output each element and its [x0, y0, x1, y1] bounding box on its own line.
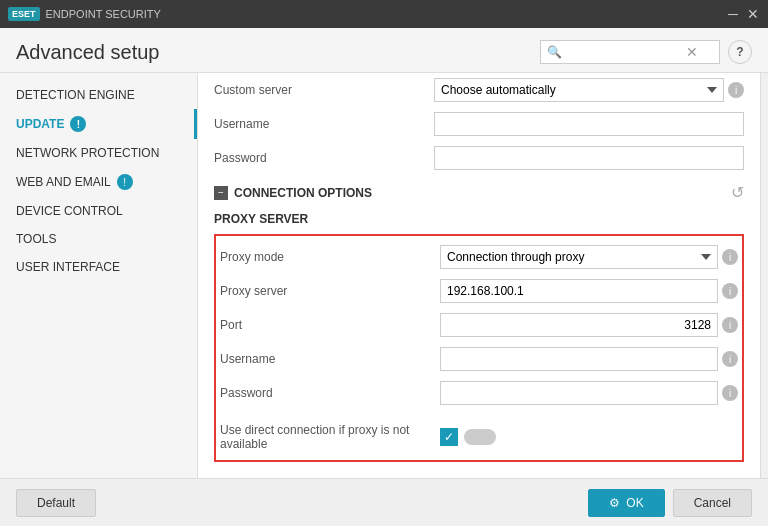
direct-connection-checkbox[interactable]: ✓ [440, 428, 458, 446]
content-wrapper: Custom server Choose automatically i Use… [198, 73, 768, 478]
sidebar-item-label: UPDATE [16, 117, 64, 131]
window-controls: ─ ✕ [726, 7, 760, 21]
web-email-badge: ! [117, 174, 133, 190]
direct-connection-toggle[interactable] [464, 429, 496, 445]
connection-options-title: CONNECTION OPTIONS [234, 186, 372, 200]
sidebar-item-device-control[interactable]: DEVICE CONTROL [0, 197, 197, 225]
password-input[interactable] [434, 146, 744, 170]
windows-shares-subtitle: WINDOWS SHARES [214, 470, 744, 478]
section-reset-icon[interactable]: ↺ [731, 183, 744, 202]
sidebar-item-tools[interactable]: TOOLS [0, 225, 197, 253]
custom-server-select-wrapper: Choose automatically i [434, 78, 744, 102]
sidebar-item-label: DETECTION ENGINE [16, 88, 135, 102]
username-input[interactable] [434, 112, 744, 136]
content: Custom server Choose automatically i Use… [198, 73, 760, 478]
direct-connection-label: Use direct connection if proxy is not av… [220, 423, 440, 451]
sidebar-item-update[interactable]: UPDATE ! [0, 109, 197, 139]
spacer [220, 410, 738, 418]
proxy-password-label: Password [220, 386, 440, 400]
custom-server-row: Custom server Choose automatically i [214, 73, 744, 107]
proxy-mode-select-wrapper: No proxy Connection through proxy Differ… [440, 245, 738, 269]
ok-button[interactable]: ⚙ OK [588, 489, 664, 517]
proxy-password-info-icon[interactable]: i [722, 385, 738, 401]
proxy-mode-control: No proxy Connection through proxy Differ… [440, 245, 738, 269]
proxy-server-info-icon[interactable]: i [722, 283, 738, 299]
direct-connection-toggle-container: ✓ [440, 428, 738, 446]
sidebar-item-label: WEB AND EMAIL [16, 175, 111, 189]
proxy-server-row: Proxy server i [220, 274, 738, 308]
sidebar-item-label: DEVICE CONTROL [16, 204, 123, 218]
proxy-password-input-wrapper: i [440, 381, 738, 405]
port-input-wrapper: i [440, 313, 738, 337]
custom-server-select[interactable]: Choose automatically [434, 78, 724, 102]
titlebar-left: ESET ENDPOINT SECURITY [8, 7, 161, 21]
sidebar-item-label: NETWORK PROTECTION [16, 146, 159, 160]
password-row: Password [214, 141, 744, 175]
proxy-password-control: i [440, 381, 738, 405]
default-button[interactable]: Default [16, 489, 96, 517]
connection-options-header[interactable]: − CONNECTION OPTIONS ↺ [214, 175, 744, 206]
proxy-mode-row: Proxy mode No proxy Connection through p… [220, 240, 738, 274]
proxy-server-subtitle: PROXY SERVER [214, 206, 744, 230]
port-label: Port [220, 318, 440, 332]
sidebar-item-label: USER INTERFACE [16, 260, 120, 274]
minimize-button[interactable]: ─ [726, 7, 740, 21]
username-label: Username [214, 117, 434, 131]
ok-label: OK [626, 496, 643, 510]
app-logo: ESET [8, 7, 40, 21]
proxy-password-input[interactable] [440, 381, 718, 405]
cancel-button[interactable]: Cancel [673, 489, 752, 517]
footer: Default ⚙ OK Cancel [0, 478, 768, 526]
header: Advanced setup 🔍 ✕ ? [0, 28, 768, 73]
proxy-server-input[interactable] [440, 279, 718, 303]
search-clear-icon[interactable]: ✕ [686, 44, 698, 60]
app-title: ENDPOINT SECURITY [46, 8, 161, 20]
close-button[interactable]: ✕ [746, 7, 760, 21]
ok-gear-icon: ⚙ [609, 496, 620, 510]
proxy-settings-box: Proxy mode No proxy Connection through p… [214, 234, 744, 462]
search-input[interactable] [566, 45, 686, 59]
proxy-username-row: Username i [220, 342, 738, 376]
proxy-server-input-wrapper: i [440, 279, 738, 303]
proxy-mode-select[interactable]: No proxy Connection through proxy Differ… [440, 245, 718, 269]
proxy-password-row: Password i [220, 376, 738, 410]
proxy-username-input-wrapper: i [440, 347, 738, 371]
sidebar-item-label: TOOLS [16, 232, 56, 246]
direct-connection-control: ✓ [440, 428, 738, 446]
proxy-username-info-icon[interactable]: i [722, 351, 738, 367]
proxy-mode-info-icon[interactable]: i [722, 249, 738, 265]
checkmark-icon: ✓ [444, 430, 454, 444]
sidebar-item-detection-engine[interactable]: DETECTION ENGINE [0, 81, 197, 109]
search-icon: 🔍 [547, 45, 562, 59]
sidebar-item-user-interface[interactable]: USER INTERFACE [0, 253, 197, 281]
sidebar-item-web-and-email[interactable]: WEB AND EMAIL ! [0, 167, 197, 197]
username-row: Username [214, 107, 744, 141]
password-control [434, 146, 744, 170]
update-badge: ! [70, 116, 86, 132]
footer-right-buttons: ⚙ OK Cancel [588, 489, 752, 517]
username-control [434, 112, 744, 136]
port-control: i [440, 313, 738, 337]
header-right: 🔍 ✕ ? [540, 40, 752, 64]
custom-server-control: Choose automatically i [434, 78, 744, 102]
sidebar: DETECTION ENGINE UPDATE ! NETWORK PROTEC… [0, 73, 198, 478]
sidebar-item-network-protection[interactable]: NETWORK PROTECTION [0, 139, 197, 167]
port-info-icon[interactable]: i [722, 317, 738, 333]
proxy-username-control: i [440, 347, 738, 371]
main-container: Advanced setup 🔍 ✕ ? DETECTION ENGINE UP… [0, 28, 768, 526]
direct-connection-row: Use direct connection if proxy is not av… [220, 418, 738, 456]
body: DETECTION ENGINE UPDATE ! NETWORK PROTEC… [0, 73, 768, 478]
help-button[interactable]: ? [728, 40, 752, 64]
password-label: Password [214, 151, 434, 165]
proxy-username-label: Username [220, 352, 440, 366]
port-row: Port i [220, 308, 738, 342]
section-toggle-icon[interactable]: − [214, 186, 228, 200]
custom-server-info-icon[interactable]: i [728, 82, 744, 98]
port-input[interactable] [440, 313, 718, 337]
proxy-server-control: i [440, 279, 738, 303]
proxy-username-input[interactable] [440, 347, 718, 371]
custom-server-label: Custom server [214, 83, 434, 97]
scrollbar-track[interactable] [760, 73, 768, 478]
proxy-mode-label: Proxy mode [220, 250, 440, 264]
search-box: 🔍 ✕ [540, 40, 720, 64]
